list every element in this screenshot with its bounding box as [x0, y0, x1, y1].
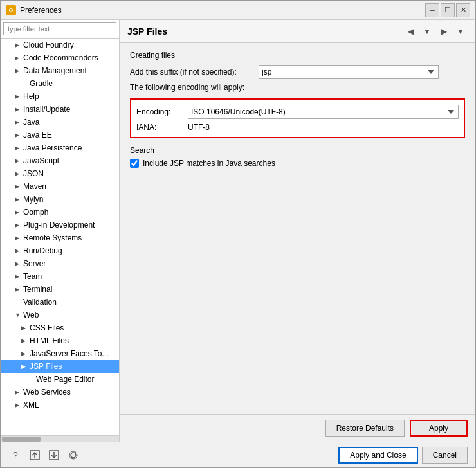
sidebar-item-remote-systems[interactable]: ▶ Remote Systems [1, 231, 119, 244]
title-bar-controls: ─ ☐ ✕ [425, 3, 470, 17]
include-jsp-checkbox[interactable] [130, 159, 139, 168]
expand-arrow: ▶ [15, 273, 21, 280]
settings-icon[interactable] [66, 448, 80, 462]
sidebar-item-cloud-foundry[interactable]: ▶ Cloud Foundry [1, 39, 119, 51]
expand-arrow: ▶ [15, 93, 21, 100]
preferences-window: ⚙ Preferences ─ ☐ ✕ ▶ Cloud Foundry ▶ Co… [0, 0, 476, 468]
expand-arrow: ▶ [15, 158, 21, 164]
apply-button[interactable]: Apply [410, 420, 468, 437]
expand-arrow: ▶ [15, 235, 21, 241]
expand-arrow: ▶ [15, 119, 21, 125]
sidebar-scroll-track[interactable] [1, 435, 119, 442]
sidebar-item-plugin-development[interactable]: ▶ Plug-in Development [1, 219, 119, 231]
sidebar-item-javaserver-faces[interactable]: ▶ JavaServer Faces To... [1, 347, 119, 360]
minimize-button[interactable]: ─ [425, 3, 439, 17]
sidebar-item-web-page-editor[interactable]: Web Page Editor [1, 373, 119, 386]
iana-label: IANA: [136, 123, 188, 132]
checkbox-row: Include JSP matches in Java searches [130, 159, 465, 168]
encoding-row: Encoding: ISO 10646/Unicode(UTF-8) [136, 105, 459, 119]
expand-arrow: ▶ [15, 132, 21, 138]
apply-and-close-button[interactable]: Apply and Close [338, 447, 417, 464]
forward-button[interactable]: ▶ [437, 24, 451, 39]
sidebar-item-web-services[interactable]: ▶ Web Services [1, 386, 119, 399]
search-label: Search [130, 146, 465, 155]
sidebar-item-javascript[interactable]: ▶ JavaScript [1, 154, 119, 167]
bottom-left-icons: ? [8, 448, 80, 462]
include-jsp-label: Include JSP matches in Java searches [143, 159, 275, 168]
expand-arrow: ▶ [15, 68, 21, 74]
main-content: ▶ Cloud Foundry ▶ Code Recommenders ▶ Da… [1, 20, 475, 442]
expand-arrow: ▶ [15, 389, 21, 395]
expand-arrow: ▼ [15, 312, 21, 318]
restore-defaults-button[interactable]: Restore Defaults [325, 420, 405, 437]
encoding-text: The following encoding will apply: [130, 83, 465, 92]
sidebar-item-maven[interactable]: ▶ Maven [1, 180, 119, 193]
iana-value: UTF-8 [188, 123, 210, 132]
expand-arrow: ▶ [15, 209, 21, 215]
bottom-bar: ? [1, 442, 475, 467]
back-button[interactable]: ◀ [403, 24, 417, 39]
sidebar-item-css-files[interactable]: ▶ CSS Files [1, 321, 119, 334]
sidebar-item-oomph[interactable]: ▶ Oomph [1, 206, 119, 219]
sidebar-item-code-recommenders[interactable]: ▶ Code Recommenders [1, 51, 119, 64]
sidebar-item-gradle[interactable]: Gradle [1, 77, 119, 90]
sidebar-item-validation[interactable]: Validation [1, 296, 119, 309]
sidebar-item-web[interactable]: ▼ Web [1, 309, 119, 321]
expand-arrow: ▶ [15, 145, 21, 151]
expand-arrow: ▶ [15, 42, 21, 48]
sidebar-item-help[interactable]: ▶ Help [1, 90, 119, 103]
sidebar-item-java[interactable]: ▶ Java [1, 116, 119, 129]
sidebar-item-java-persistence[interactable]: ▶ Java Persistence [1, 141, 119, 154]
creating-files-label: Creating files [130, 51, 465, 60]
sidebar-item-server[interactable]: ▶ Server [1, 257, 119, 270]
help-icon[interactable]: ? [8, 448, 23, 462]
maximize-button[interactable]: ☐ [441, 3, 455, 17]
sidebar-item-terminal[interactable]: ▶ Terminal [1, 283, 119, 296]
back-dropdown-button[interactable]: ▼ [420, 24, 434, 39]
sidebar-item-install-update[interactable]: ▶ Install/Update [1, 103, 119, 116]
expand-arrow: ▶ [21, 338, 28, 344]
expand-arrow: ▶ [15, 286, 21, 292]
expand-arrow: ▶ [21, 363, 28, 370]
sidebar-item-json[interactable]: ▶ JSON [1, 167, 119, 180]
tree-area: ▶ Cloud Foundry ▶ Code Recommenders ▶ Da… [1, 39, 119, 435]
expand-arrow: ▶ [15, 170, 21, 177]
expand-arrow: ▶ [15, 196, 21, 203]
bottom-right-buttons: Apply and Close Cancel [338, 447, 468, 464]
expand-arrow: ▶ [15, 402, 21, 408]
sidebar-item-team[interactable]: ▶ Team [1, 270, 119, 283]
sidebar: ▶ Cloud Foundry ▶ Code Recommenders ▶ Da… [1, 20, 120, 442]
forward-dropdown-button[interactable]: ▼ [453, 24, 468, 39]
expand-arrow: ▶ [15, 248, 21, 254]
encoding-select[interactable]: ISO 10646/Unicode(UTF-8) [188, 105, 459, 119]
import-icon[interactable] [47, 448, 61, 462]
filter-box [1, 20, 119, 39]
sidebar-item-xml[interactable]: ▶ XML [1, 399, 119, 411]
suffix-row: Add this suffix (if not specified): jsp [130, 65, 465, 79]
sidebar-item-java-ee[interactable]: ▶ Java EE [1, 129, 119, 141]
sidebar-item-mylyn[interactable]: ▶ Mylyn [1, 193, 119, 206]
cancel-button[interactable]: Cancel [422, 447, 468, 464]
sidebar-item-html-files[interactable]: ▶ HTML Files [1, 334, 119, 347]
expand-arrow: ▶ [15, 106, 21, 113]
panel-body: Creating files Add this suffix (if not s… [120, 43, 475, 414]
close-button[interactable]: ✕ [456, 3, 470, 17]
window-title: Preferences [20, 6, 62, 15]
window-icon: ⚙ [6, 5, 16, 15]
encoding-label: Encoding: [136, 107, 188, 116]
sidebar-item-data-management[interactable]: ▶ Data Management [1, 64, 119, 77]
sidebar-item-run-debug[interactable]: ▶ Run/Debug [1, 244, 119, 257]
header-icons: ◀ ▼ ▶ ▼ [403, 24, 468, 39]
sidebar-item-jsp-files[interactable]: ▶ JSP Files [1, 360, 119, 373]
expand-arrow: ▶ [21, 350, 28, 357]
export-icon[interactable] [28, 448, 42, 462]
filter-input[interactable] [3, 22, 116, 35]
expand-arrow: ▶ [15, 222, 21, 228]
right-panel: JSP Files ◀ ▼ ▶ ▼ [120, 20, 475, 442]
suffix-select[interactable]: jsp [259, 65, 439, 79]
panel-title: JSP Files [127, 26, 167, 37]
expand-arrow: ▶ [15, 183, 21, 190]
sidebar-scroll-thumb[interactable] [2, 437, 41, 442]
svg-point-4 [71, 453, 76, 458]
suffix-label: Add this suffix (if not specified): [130, 68, 259, 76]
